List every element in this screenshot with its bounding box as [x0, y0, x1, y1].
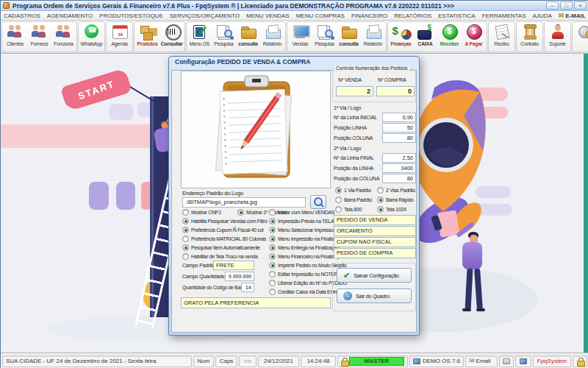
status-insert: Ins [239, 355, 257, 367]
option-mostrar-cnpj[interactable]: Mostrar CNPJ [182, 208, 220, 216]
toolbar-button-financas[interactable]: Finanças [389, 22, 413, 52]
menu-cadastros[interactable]: CADASTROS [4, 13, 40, 19]
menu-agendamento[interactable]: AGENDAMENTO [47, 13, 93, 19]
option-label: Habilita Pesquisar Vendas com Filtro [191, 219, 268, 224]
status-printer[interactable] [499, 355, 514, 367]
toolbar-button-fornecedores[interactable]: Fornece [27, 22, 51, 52]
doc-type-cupom[interactable]: CUPOM NAO FISCAL [334, 237, 416, 247]
toolbar-button-caixa[interactable]: CAIXA [413, 22, 437, 52]
campo-quantidade-input[interactable]: 9.999.999 [225, 272, 254, 281]
receive-money-icon [440, 23, 460, 40]
maximize-button[interactable]: □ [560, 1, 573, 10]
menu-estatistica[interactable]: ESTATISTICA [438, 13, 475, 19]
start-flag-text: START [76, 78, 116, 102]
browse-logo-button[interactable] [310, 195, 326, 209]
qtd-codigo-barras-input[interactable]: 14 [241, 283, 254, 292]
toolbar-button-receber[interactable]: Receber [437, 22, 462, 52]
toolbar-button-relatorio-os[interactable]: Relatório [260, 22, 284, 52]
exit-dialog-button[interactable]: → Sair do Quadro [337, 289, 412, 303]
menu-financeiro[interactable]: FINANCEIRO [351, 13, 387, 19]
menu-ajuda[interactable]: AJUDA [532, 13, 551, 19]
radio-barra-rapido[interactable]: Barra Rápido [377, 196, 414, 203]
option-entrega-finalizacao[interactable]: Menu Entrega na Finalização [269, 244, 339, 251]
status-user-name: MASTER [349, 357, 404, 366]
menu-relatorios[interactable]: RELATÓRIOS [394, 13, 431, 19]
toolbar-label: Funciona [54, 41, 73, 46]
option-tela-troco[interactable]: Habilitar de Tela Troco na venda [182, 252, 258, 260]
menu-vendas[interactable]: MENU VENDAS [246, 13, 290, 19]
option-pesquisar-item-auto[interactable]: Pesquisar Item Automaticamente [182, 244, 260, 251]
linha-inicial-field[interactable]: 0,90 [382, 113, 416, 122]
logo-path-input[interactable]: .\BITMAP\logo_prancheta.jpg [182, 197, 306, 208]
doc-type-pedido-venda[interactable]: PEDIDO DE VENDA [334, 215, 416, 225]
menu-servicos-orcamento[interactable]: SERVIÇOS/ORÇAMENTO [170, 13, 240, 19]
toolbar-button-recibo[interactable]: Recibo [490, 22, 514, 52]
radio-tela-1024[interactable]: Tela 1024 [377, 205, 406, 213]
toolbar-button-pesquisa-os[interactable]: Pesquisa [212, 22, 236, 52]
option-financeiro-finalizacao[interactable]: Menu Financeiro na Finalização [269, 252, 344, 260]
doc-type-pedido-compra[interactable]: PEDIDO DE COMPRA [334, 248, 416, 258]
option-label: 2 Vias Padrão [386, 188, 415, 193]
toolbar-button-relatorio-vendas[interactable]: Relatório [361, 22, 385, 52]
doc-type-orcamento[interactable]: ORCAMENTO [334, 226, 416, 236]
radio-barra-padrao[interactable]: Barra Padrão [335, 196, 372, 203]
option-impressao-previa[interactable]: Impressão Prévia na TELA [269, 217, 334, 224]
compra-number-label: Nº COMPRA [378, 77, 406, 82]
toolbar-button-contrato[interactable]: Contrato [517, 22, 542, 52]
toolbar-label: Fornece [31, 41, 49, 46]
decor-purple-tile [89, 182, 109, 210]
menu-produtos-estoque[interactable]: PRODUTOS/ESTOQUE [99, 13, 162, 19]
linha-final-field[interactable]: 2,50 [382, 153, 416, 163]
arrow-circle-icon: → [343, 291, 352, 300]
toolbar-button-a-pagar[interactable]: A Pagar [462, 22, 486, 52]
toolbar-label: Pesquisa [214, 41, 233, 46]
logo-path-label: Endereço Padrão do Logo [182, 190, 243, 197]
menu-email[interactable]: ✉E-MAIL [559, 13, 586, 19]
via1-section-label: 1ª Via / Logo [334, 105, 361, 110]
option-matricial-80[interactable]: Preferência MATRICIAL 80 Colunas [182, 235, 266, 242]
campo-padrao-input[interactable]: FRETE [213, 261, 254, 270]
toolbar-button-whatsapp[interactable]: WhatsApp [79, 22, 104, 52]
monitor-icon [520, 358, 527, 364]
toolbar-button-suporte[interactable]: Suporte [545, 22, 570, 52]
toolbar-button-consulta-os[interactable]: consulta [236, 22, 260, 52]
app-icon [3, 2, 10, 9]
option-iniciar-menu-vendas[interactable]: Iniciar com Menu VENDAS [269, 208, 334, 216]
minimize-button[interactable]: – [546, 1, 559, 10]
posicao-linha2-field[interactable]: 3400 [382, 163, 416, 173]
option-selecionar-impressora[interactable]: Menu Selecionar Impressora [269, 226, 338, 233]
toolbar-button-funcionarios[interactable]: Funciona [51, 22, 76, 52]
save-config-button[interactable]: ✔ Salvar Configuração [337, 268, 412, 283]
compra-number-field[interactable]: 0 [376, 86, 415, 96]
clients-icon [5, 23, 26, 40]
toolbar-button-vendas[interactable]: Vendas [288, 22, 312, 52]
toolbar-button-clientes[interactable]: Clientes [3, 22, 27, 52]
employees-icon [54, 23, 74, 40]
toolbar-button-consultar[interactable]: Consultar [159, 22, 184, 52]
option-label: 1 Via Padrão [344, 188, 371, 193]
venda-number-field[interactable]: 2 [336, 86, 373, 96]
menu-ferramentas[interactable]: FERRAMENTAS [482, 13, 526, 19]
option-cupom-nao-fiscal[interactable]: Preferência Cupom Ñ Fiscal 40 col [182, 226, 263, 233]
toolbar-label: Relatório [263, 41, 282, 46]
status-remote[interactable] [515, 355, 531, 367]
toolbar-button-moedas[interactable] [573, 22, 588, 52]
toolbar-button-pesquisa-vendas[interactable]: Pesquisa [312, 22, 337, 52]
toolbar-button-consulta-vendas[interactable]: consulta [337, 22, 361, 52]
menu-compras[interactable]: MENU COMPRAS [296, 13, 345, 19]
posicao-coluna-field[interactable]: 80 [382, 133, 416, 143]
toolbar-group-produtos: Produtos Consultar [134, 21, 185, 52]
toolbar-group-suporte: Suporte [544, 21, 571, 52]
radio-1-via-padrao[interactable]: 1 Via Padrão [335, 186, 371, 194]
toolbar-button-produtos[interactable]: Produtos [135, 22, 159, 52]
close-button[interactable]: × [574, 1, 587, 10]
option-pesquisar-vendas-filtro[interactable]: Habilita Pesquisar Vendas com Filtro [182, 217, 268, 224]
option-label: Iniciar com Menu VENDAS [278, 210, 334, 215]
posicao-linha-field[interactable]: 50 [382, 123, 416, 132]
posicao-coluna2-field[interactable]: 80 [382, 174, 416, 183]
toolbar-button-agenda[interactable]: Agenda [107, 22, 132, 52]
status-email[interactable]: ✉ Email [465, 355, 498, 367]
toolbar-button-menu-os[interactable]: Menu OS [187, 22, 212, 52]
radio-tela-800[interactable]: Tela 800 [335, 205, 362, 213]
radio-2-vias-padrao[interactable]: 2 Vias Padrão [377, 186, 415, 194]
